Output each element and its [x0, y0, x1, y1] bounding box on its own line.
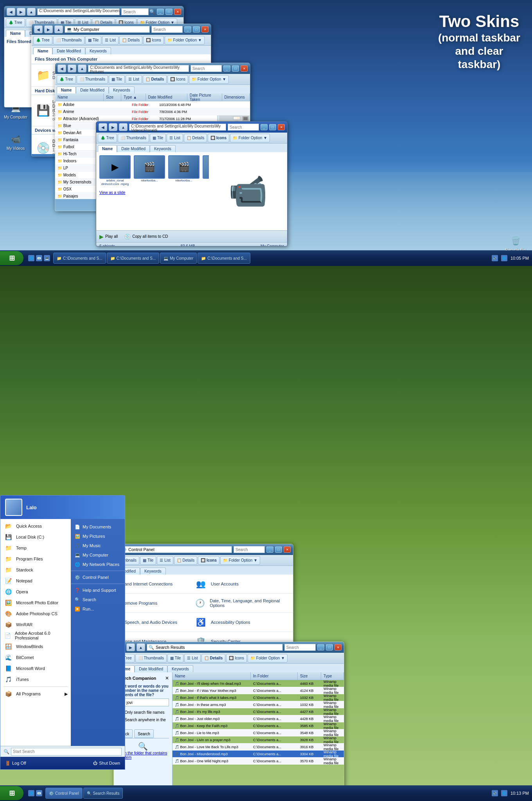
up-btn[interactable]: ▲	[27, 8, 36, 16]
logoff-btn[interactable]: 🚪 Log Off	[5, 761, 26, 766]
search-result-row-9[interactable]: 🎵 Bon Jovi - Love Me Back To Life.mp3 C:…	[173, 744, 344, 751]
shutdown-btn[interactable]: ⏻ Shut Down	[93, 761, 120, 765]
icons-btn-cp[interactable]: 🔲 Icons	[198, 556, 219, 565]
address-field-mc[interactable]: 💻 My Computer	[65, 26, 150, 33]
search-input-vid[interactable]	[228, 124, 259, 131]
col-type[interactable]: Type ▲	[121, 93, 146, 101]
back-btn-vid[interactable]: ◀	[99, 123, 107, 131]
file-row-pic-0[interactable]: 📁 Adobe File Folder 10/13/2006 6:48 PM	[55, 101, 250, 108]
video-item-1[interactable]: 🎬 nikefootba...	[134, 155, 165, 186]
close-btn-sr[interactable]: ✕	[334, 644, 341, 650]
taskbar-btn-1[interactable]: 📁 C:\Documents and S...	[53, 253, 106, 264]
forward-btn-pics[interactable]: ▶	[68, 65, 76, 72]
start-right-item-0[interactable]: 📄My Documents	[71, 522, 125, 532]
address-field-music[interactable]: C:\Documents and Settings\Lalo\My Docume…	[37, 8, 120, 15]
minimize-btn-sr[interactable]: _	[317, 644, 324, 650]
tile-btn-sr[interactable]: ▦ Tile	[167, 654, 183, 663]
tree-btn-pics[interactable]: 🌲 Tree	[57, 75, 76, 84]
taskbar-btn-sr[interactable]: 🔍 Search Results	[83, 788, 123, 799]
search-result-row-6[interactable]: 🎵 Bon Jovi - Keep the Faith.mp3 C:\Docum…	[173, 722, 344, 729]
maximize-btn-mc[interactable]: □	[193, 26, 200, 32]
search-input-mc[interactable]	[151, 26, 183, 33]
search-result-row-2[interactable]: 🎵 Bon Jovi - If that's what it takes.mp3…	[173, 694, 344, 701]
minimize-btn-cp[interactable]: _	[266, 546, 273, 553]
tab-name[interactable]: Name	[6, 30, 25, 37]
col-date-taken[interactable]: Date Picture Taken	[187, 93, 222, 101]
start-right-item-3[interactable]: 💻My Computer	[71, 550, 125, 560]
start-left-item-0[interactable]: 📂Quick Access	[0, 521, 71, 532]
back-btn[interactable]: ◀	[7, 8, 15, 16]
start-right-item-5[interactable]: ⚙️Control Panel	[71, 573, 125, 582]
search-result-row-5[interactable]: 🎵 Bon Jovi - Just older.mp3 C:\Documents…	[173, 715, 344, 722]
back-btn-mc[interactable]: ◀	[34, 25, 43, 33]
search-result-row-11[interactable]: 🎵 Bon Jovi - One Wild Night.mp3 C:\Docum…	[173, 758, 344, 765]
sc-search-btn[interactable]: Search	[134, 729, 154, 738]
tab-keywords-vid[interactable]: Keywords	[150, 145, 176, 152]
start-left-item-12[interactable]: 🌊BitComet	[0, 652, 71, 663]
maximize-btn-cp[interactable]: □	[275, 546, 282, 553]
start-left-item-13[interactable]: 📘Microsoft Word	[0, 663, 71, 674]
address-field-sr[interactable]: 🔍 Search Results	[147, 644, 283, 651]
start-button-top[interactable]: ⊞	[0, 251, 23, 265]
address-field-cp[interactable]: ⚙️ Control Panel	[119, 546, 232, 553]
cp-item-datetime[interactable]: 🕐 Date, Time, Language, and Regional Opt…	[190, 594, 293, 613]
play-all-btn[interactable]: ▶ Play all	[99, 233, 118, 240]
tree-btn-vid[interactable]: 🌲 Tree	[98, 134, 117, 142]
search-result-row-4[interactable]: 🎵 Bon Jovi - It's my life.mp3 C:\Documen…	[173, 708, 344, 715]
start-left-item-7[interactable]: 🖼️Microsoft Photo Editor	[0, 597, 71, 608]
col-date[interactable]: Date Modified	[146, 93, 187, 101]
close-btn-vid[interactable]: ✕	[278, 124, 285, 130]
start-right-item-6[interactable]: ❓Help and Support	[71, 585, 125, 595]
start-left-item-10[interactable]: 📄Adobe Acrobat 6.0 Professional	[0, 630, 71, 641]
thumbnails-btn-pics[interactable]: ⬜ Thumbnails	[77, 75, 108, 84]
folder-option-btn-mc[interactable]: 📁 Folder Option ▼	[165, 36, 205, 45]
minimize-btn-vid[interactable]: _	[261, 124, 268, 130]
list-btn-mc[interactable]: ☰ List	[102, 36, 118, 45]
thumbnails-btn-mc[interactable]: ⬜ Thumbnails	[53, 36, 84, 45]
sr-col-size[interactable]: Size	[298, 672, 321, 680]
up-btn-mc[interactable]: ▲	[54, 25, 63, 33]
tab-name-vid[interactable]: Name	[98, 145, 117, 152]
quick-icon-b2[interactable]: 📧	[36, 790, 42, 796]
tab-name-pics[interactable]: Name	[57, 86, 76, 93]
close-btn-pics[interactable]: ✕	[241, 65, 248, 72]
tree-btn[interactable]: 🌲 Tree	[6, 18, 25, 27]
folder-option-btn-sr[interactable]: 📁 Folder Option ▼	[248, 654, 288, 663]
search-result-row-1[interactable]: 🎵 Bon Jovi - If I Was Your Mother.mp3 C:…	[173, 687, 344, 694]
quick-icon-3[interactable]: 💻	[44, 255, 50, 261]
view-slide-link[interactable]: View as a slide	[99, 190, 126, 195]
video-item-2[interactable]: 🎬 nikefootba...	[168, 155, 200, 186]
taskbar-btn-3[interactable]: 💻 My Computer	[160, 253, 197, 264]
sc-close[interactable]: ✕	[165, 675, 169, 681]
tab-name-mc[interactable]: Name	[33, 47, 52, 54]
tile-btn-mc[interactable]: ▦ Tile	[85, 36, 101, 45]
forward-btn-sr[interactable]: ▶	[126, 643, 135, 651]
up-btn-vid[interactable]: ▲	[119, 123, 128, 131]
close-btn-music[interactable]: ✕	[174, 9, 181, 15]
address-field-vid[interactable]: C:\Documents and Settings\Lalo\My Docume…	[129, 124, 226, 131]
cp-item-accessibility[interactable]: ♿ Accessibility Options	[190, 613, 293, 632]
details-btn-cp[interactable]: 📋 Details	[174, 556, 197, 565]
start-left-item-4[interactable]: 📁Stardock	[0, 564, 71, 575]
search-result-row-0[interactable]: 🎵 Bon Jovi - I'll sleep when I'm dead.mp…	[173, 680, 344, 687]
col-dimensions[interactable]: Dimensions	[222, 93, 250, 101]
start-item-allprograms[interactable]: 📦 All Programs ▶	[0, 688, 71, 699]
maximize-btn-vid[interactable]: □	[269, 124, 276, 130]
maximize-btn-pics[interactable]: □	[232, 65, 239, 72]
tab-keywords-pics[interactable]: Keywords	[109, 86, 135, 93]
search-input-pics[interactable]	[191, 65, 222, 72]
back-btn-pics[interactable]: ◀	[58, 65, 66, 72]
taskbar-btn-cp[interactable]: ⚙️ Control Panel	[45, 788, 83, 799]
search-result-row-8[interactable]: 🎵 Bon Jovi - Livin on a prayer.mp3 C:\Do…	[173, 736, 344, 744]
quick-icon-2[interactable]: 📧	[36, 255, 42, 261]
details-btn-pics[interactable]: 📋 Details	[143, 75, 167, 84]
icons-btn-sr[interactable]: 🔲 Icons	[226, 654, 247, 663]
tab-keywords-sr[interactable]: Keywords	[167, 665, 193, 672]
up-btn-pics[interactable]: ▲	[78, 65, 86, 72]
tab-date-pics[interactable]: Date Modified	[76, 86, 109, 93]
icons-btn-pics[interactable]: 🔲 Icons	[167, 75, 188, 84]
folder-option-btn-pics[interactable]: 📁 Folder Option ▼	[189, 75, 229, 84]
file-row-pic-1[interactable]: 📁 Anime File Folder 7/8/2006 4:36 PM	[55, 108, 250, 115]
maximize-btn-sr[interactable]: □	[326, 644, 333, 650]
address-field-pics[interactable]: C:\Documents and Settings\Lalo\My Docume…	[88, 65, 189, 72]
